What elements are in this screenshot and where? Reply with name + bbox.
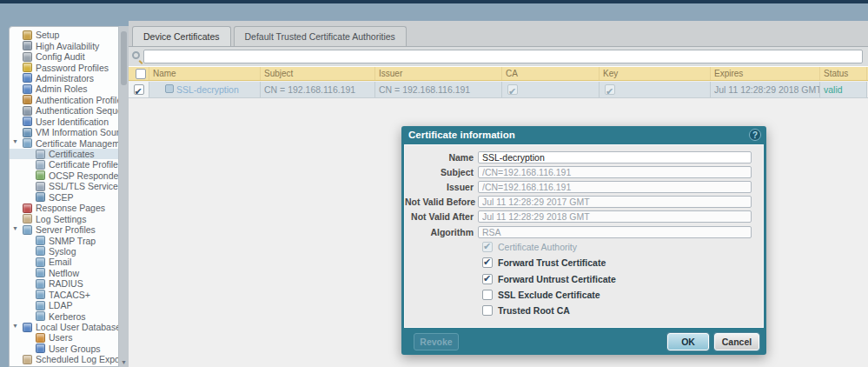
- netflow-icon: [36, 268, 45, 277]
- not-valid-before-field: [478, 196, 752, 208]
- dialog-title: Certificate information: [408, 126, 515, 144]
- snmp-trap-icon: [36, 236, 45, 245]
- sidebar-item-users[interactable]: Users: [10, 332, 118, 343]
- column-header-status[interactable]: Status: [820, 67, 867, 80]
- sidebar-item-user-identification[interactable]: User Identification: [10, 117, 118, 127]
- vm-information-sources-icon: [23, 128, 32, 137]
- expand-arrow-icon[interactable]: ▼: [12, 225, 18, 231]
- checkbox-trusted-root-ca[interactable]: Trusted Root CA: [482, 303, 763, 318]
- sidebar-item-authentication-sequence[interactable]: Authentication Sequence: [10, 105, 118, 116]
- sidebar-item-local-user-database[interactable]: ▼Local User Database: [10, 322, 118, 332]
- sidebar-item-label: Scheduled Log Export: [36, 354, 119, 364]
- sidebar-item-certificate-management[interactable]: ▼Certificate Management: [10, 137, 118, 148]
- sidebar-item-label: Server Profiles: [36, 224, 96, 235]
- sidebar-item-certificate-profile[interactable]: Certificate Profile: [10, 159, 118, 170]
- row-checkbox[interactable]: [134, 84, 144, 95]
- radius-icon: [36, 279, 45, 289]
- setup-icon: [23, 30, 32, 40]
- column-header-expires[interactable]: Expires: [711, 67, 820, 80]
- sidebar-item-ldap[interactable]: LDAP: [10, 300, 118, 310]
- sidebar-item-admin-roles[interactable]: Admin Roles: [10, 83, 118, 94]
- sidebar-item-label: Authentication Sequence: [36, 105, 119, 116]
- sidebar-item-snmp-trap[interactable]: SNMP Trap: [10, 235, 118, 245]
- certificate-authority-checkbox: [482, 242, 493, 252]
- device-certificates-page: SetupHigh AvailabilityConfig AuditPasswo…: [0, 0, 868, 367]
- sidebar-item-kerberos[interactable]: Kerberos: [10, 310, 118, 321]
- help-icon[interactable]: ?: [749, 129, 761, 141]
- checkbox-label: Certificate Authority: [498, 242, 577, 252]
- sidebar-item-label: Administrators: [36, 73, 94, 83]
- sidebar-item-high-availability[interactable]: High Availability: [10, 40, 118, 50]
- sidebar-item-user-groups[interactable]: User Groups: [10, 344, 118, 354]
- search-input[interactable]: [143, 50, 863, 63]
- scrollbar-thumb[interactable]: [121, 31, 127, 85]
- sidebar-item-label: Config Audit: [36, 51, 85, 62]
- cancel-button[interactable]: Cancel: [714, 333, 759, 350]
- subject-cell: CN = 192.168.116.191: [261, 82, 375, 97]
- sidebar-item-label: User Identification: [36, 117, 109, 127]
- sidebar-scrollbar[interactable]: ▼: [119, 26, 129, 367]
- ca-check-icon: [507, 84, 518, 95]
- sidebar-item-label: OCSP Responder: [49, 170, 119, 181]
- email-icon: [36, 257, 45, 267]
- log-settings-icon: [23, 214, 32, 224]
- scrollbar-down-arrow-icon[interactable]: ▼: [119, 357, 129, 367]
- column-header-issuer[interactable]: Issuer: [375, 67, 502, 80]
- sidebar-item-vm-information-sources[interactable]: VM Information Sources: [10, 127, 118, 137]
- checkbox-forward-untrust-certificate[interactable]: Forward Untrust Certificate: [482, 271, 763, 287]
- sidebar-item-tacacs[interactable]: TACACS+: [10, 290, 118, 300]
- sidebar-item-config-audit[interactable]: Config Audit: [10, 51, 118, 62]
- column-header-subject[interactable]: Subject: [261, 67, 375, 80]
- sidebar-item-email[interactable]: Email: [10, 257, 118, 267]
- ok-button[interactable]: OK: [667, 333, 709, 350]
- tab-device-certificates[interactable]: Device Certificates: [132, 26, 231, 46]
- sidebar-item-certificates[interactable]: Certificates: [10, 149, 118, 159]
- sidebar-item-authentication-profile[interactable]: Authentication Profile: [10, 95, 118, 105]
- certificate-name-link[interactable]: SSL-decryption: [165, 82, 239, 97]
- table-row-ssl-decryption[interactable]: SSL-decryptionCN = 192.168.116.191CN = 1…: [129, 82, 868, 98]
- tab-default-trusted-certificate-authorities[interactable]: Default Trusted Certificate Authorities: [234, 26, 407, 46]
- sidebar-item-administrators[interactable]: Administrators: [10, 73, 118, 83]
- checkbox-ssl-exclude-certificate[interactable]: SSL Exclude Certificate: [482, 287, 763, 303]
- sidebar-item-response-pages[interactable]: Response Pages: [10, 203, 118, 213]
- sidebar-item-password-profiles[interactable]: Password Profiles: [10, 62, 118, 72]
- column-header-name[interactable]: Name: [149, 67, 261, 80]
- select-all-checkbox[interactable]: [136, 69, 146, 79]
- field-row-subject: Subject: [405, 164, 763, 179]
- field-row-not-valid-before: Not Valid Before: [405, 195, 763, 210]
- sidebar-item-log-settings[interactable]: Log Settings: [10, 213, 118, 224]
- forward-untrust-certificate-checkbox[interactable]: [482, 274, 493, 284]
- checkbox-forward-trust-certificate[interactable]: Forward Trust Certificate: [482, 255, 763, 270]
- expand-arrow-icon[interactable]: ▼: [12, 138, 18, 144]
- admin-roles-icon: [23, 84, 32, 94]
- revoke-button[interactable]: Revoke: [414, 333, 459, 350]
- sidebar-item-label: TACACS+: [49, 290, 90, 300]
- column-header-select[interactable]: [129, 67, 149, 80]
- ssl-exclude-certificate-checkbox[interactable]: [482, 290, 493, 300]
- sidebar-item-ssl-tls-service-profile[interactable]: SSL/TLS Service Profile: [10, 181, 118, 191]
- top-band: [0, 3, 868, 21]
- field-label: Not Valid After: [405, 211, 478, 222]
- sidebar-item-ocsp-responder[interactable]: OCSP Responder: [10, 170, 118, 181]
- trusted-root-ca-checkbox[interactable]: [482, 305, 493, 316]
- checkbox-label: Forward Untrust Certificate: [498, 274, 616, 284]
- tacacs-icon: [36, 290, 45, 299]
- server-profiles-icon: [23, 225, 32, 235]
- column-header-key[interactable]: Key: [600, 67, 711, 80]
- tab-bar: Device CertificatesDefault Trusted Certi…: [132, 26, 407, 46]
- forward-trust-certificate-checkbox[interactable]: [482, 257, 493, 268]
- sidebar-item-scheduled-log-export[interactable]: Scheduled Log Export: [10, 354, 118, 364]
- sidebar-item-label: LDAP: [49, 300, 72, 310]
- sidebar-item-server-profiles[interactable]: ▼Server Profiles: [10, 224, 118, 235]
- sidebar-item-radius[interactable]: RADIUS: [10, 278, 118, 289]
- sidebar-item-label: Netflow: [49, 268, 79, 278]
- expand-arrow-icon[interactable]: ▼: [12, 323, 18, 329]
- sidebar-item-scep[interactable]: SCEP: [10, 192, 118, 203]
- sidebar-item-syslog[interactable]: Syslog: [10, 246, 118, 257]
- sidebar-item-setup[interactable]: Setup: [10, 30, 118, 40]
- name-field[interactable]: [478, 151, 752, 163]
- column-header-ca[interactable]: CA: [502, 67, 600, 80]
- sidebar-item-netflow[interactable]: Netflow: [10, 268, 118, 278]
- certificate-information-dialog: Certificate information ? NameSubjectIss…: [401, 126, 766, 355]
- field-row-not-valid-after: Not Valid After: [405, 210, 763, 224]
